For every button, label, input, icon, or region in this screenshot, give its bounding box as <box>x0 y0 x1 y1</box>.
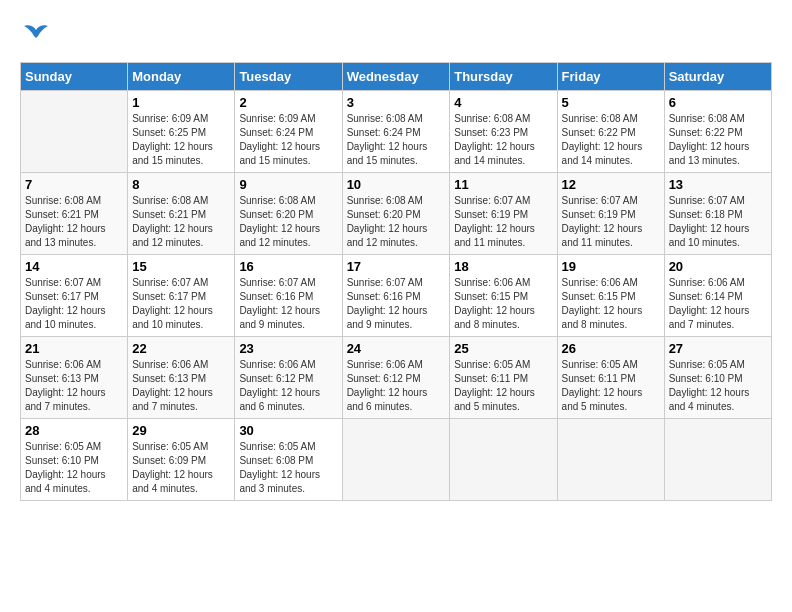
day-info: Sunrise: 6:08 AM Sunset: 6:22 PM Dayligh… <box>562 112 660 168</box>
logo <box>20 20 56 52</box>
calendar-cell: 3Sunrise: 6:08 AM Sunset: 6:24 PM Daylig… <box>342 91 450 173</box>
day-info: Sunrise: 6:05 AM Sunset: 6:10 PM Dayligh… <box>25 440 123 496</box>
day-info: Sunrise: 6:08 AM Sunset: 6:20 PM Dayligh… <box>239 194 337 250</box>
day-info: Sunrise: 6:08 AM Sunset: 6:23 PM Dayligh… <box>454 112 552 168</box>
day-info: Sunrise: 6:06 AM Sunset: 6:12 PM Dayligh… <box>347 358 446 414</box>
day-info: Sunrise: 6:06 AM Sunset: 6:15 PM Dayligh… <box>454 276 552 332</box>
day-number: 7 <box>25 177 123 192</box>
day-number: 3 <box>347 95 446 110</box>
week-row-4: 21Sunrise: 6:06 AM Sunset: 6:13 PM Dayli… <box>21 337 772 419</box>
calendar-cell: 8Sunrise: 6:08 AM Sunset: 6:21 PM Daylig… <box>128 173 235 255</box>
logo-icon <box>20 20 52 52</box>
day-info: Sunrise: 6:05 AM Sunset: 6:08 PM Dayligh… <box>239 440 337 496</box>
calendar-cell <box>450 419 557 501</box>
day-number: 17 <box>347 259 446 274</box>
calendar-cell: 25Sunrise: 6:05 AM Sunset: 6:11 PM Dayli… <box>450 337 557 419</box>
calendar-cell: 21Sunrise: 6:06 AM Sunset: 6:13 PM Dayli… <box>21 337 128 419</box>
day-info: Sunrise: 6:06 AM Sunset: 6:13 PM Dayligh… <box>132 358 230 414</box>
day-info: Sunrise: 6:08 AM Sunset: 6:24 PM Dayligh… <box>347 112 446 168</box>
day-number: 13 <box>669 177 767 192</box>
calendar-cell <box>557 419 664 501</box>
calendar-cell: 23Sunrise: 6:06 AM Sunset: 6:12 PM Dayli… <box>235 337 342 419</box>
calendar-cell: 6Sunrise: 6:08 AM Sunset: 6:22 PM Daylig… <box>664 91 771 173</box>
day-number: 10 <box>347 177 446 192</box>
calendar-cell: 4Sunrise: 6:08 AM Sunset: 6:23 PM Daylig… <box>450 91 557 173</box>
calendar-header: SundayMondayTuesdayWednesdayThursdayFrid… <box>21 63 772 91</box>
day-number: 25 <box>454 341 552 356</box>
week-row-2: 7Sunrise: 6:08 AM Sunset: 6:21 PM Daylig… <box>21 173 772 255</box>
header-day-saturday: Saturday <box>664 63 771 91</box>
calendar-cell <box>664 419 771 501</box>
day-number: 15 <box>132 259 230 274</box>
header-day-sunday: Sunday <box>21 63 128 91</box>
calendar-cell: 9Sunrise: 6:08 AM Sunset: 6:20 PM Daylig… <box>235 173 342 255</box>
day-number: 6 <box>669 95 767 110</box>
calendar-cell: 12Sunrise: 6:07 AM Sunset: 6:19 PM Dayli… <box>557 173 664 255</box>
day-number: 27 <box>669 341 767 356</box>
day-info: Sunrise: 6:07 AM Sunset: 6:19 PM Dayligh… <box>562 194 660 250</box>
calendar-cell: 16Sunrise: 6:07 AM Sunset: 6:16 PM Dayli… <box>235 255 342 337</box>
day-info: Sunrise: 6:09 AM Sunset: 6:24 PM Dayligh… <box>239 112 337 168</box>
day-number: 20 <box>669 259 767 274</box>
day-info: Sunrise: 6:06 AM Sunset: 6:13 PM Dayligh… <box>25 358 123 414</box>
calendar-cell: 22Sunrise: 6:06 AM Sunset: 6:13 PM Dayli… <box>128 337 235 419</box>
header-day-thursday: Thursday <box>450 63 557 91</box>
calendar-cell: 20Sunrise: 6:06 AM Sunset: 6:14 PM Dayli… <box>664 255 771 337</box>
calendar-cell: 1Sunrise: 6:09 AM Sunset: 6:25 PM Daylig… <box>128 91 235 173</box>
calendar-cell: 5Sunrise: 6:08 AM Sunset: 6:22 PM Daylig… <box>557 91 664 173</box>
day-info: Sunrise: 6:07 AM Sunset: 6:17 PM Dayligh… <box>132 276 230 332</box>
calendar-cell: 15Sunrise: 6:07 AM Sunset: 6:17 PM Dayli… <box>128 255 235 337</box>
calendar-cell: 30Sunrise: 6:05 AM Sunset: 6:08 PM Dayli… <box>235 419 342 501</box>
day-info: Sunrise: 6:08 AM Sunset: 6:21 PM Dayligh… <box>25 194 123 250</box>
day-number: 24 <box>347 341 446 356</box>
day-info: Sunrise: 6:08 AM Sunset: 6:21 PM Dayligh… <box>132 194 230 250</box>
header-day-monday: Monday <box>128 63 235 91</box>
day-number: 9 <box>239 177 337 192</box>
header-day-friday: Friday <box>557 63 664 91</box>
day-number: 21 <box>25 341 123 356</box>
calendar-table: SundayMondayTuesdayWednesdayThursdayFrid… <box>20 62 772 501</box>
calendar-cell: 29Sunrise: 6:05 AM Sunset: 6:09 PM Dayli… <box>128 419 235 501</box>
day-number: 26 <box>562 341 660 356</box>
header-row: SundayMondayTuesdayWednesdayThursdayFrid… <box>21 63 772 91</box>
day-info: Sunrise: 6:06 AM Sunset: 6:12 PM Dayligh… <box>239 358 337 414</box>
day-number: 8 <box>132 177 230 192</box>
calendar-cell: 27Sunrise: 6:05 AM Sunset: 6:10 PM Dayli… <box>664 337 771 419</box>
day-number: 11 <box>454 177 552 192</box>
day-number: 2 <box>239 95 337 110</box>
day-info: Sunrise: 6:09 AM Sunset: 6:25 PM Dayligh… <box>132 112 230 168</box>
calendar-cell: 19Sunrise: 6:06 AM Sunset: 6:15 PM Dayli… <box>557 255 664 337</box>
day-number: 30 <box>239 423 337 438</box>
day-number: 29 <box>132 423 230 438</box>
day-info: Sunrise: 6:06 AM Sunset: 6:14 PM Dayligh… <box>669 276 767 332</box>
day-number: 4 <box>454 95 552 110</box>
calendar-cell <box>21 91 128 173</box>
page-header <box>20 20 772 52</box>
day-info: Sunrise: 6:07 AM Sunset: 6:17 PM Dayligh… <box>25 276 123 332</box>
day-number: 19 <box>562 259 660 274</box>
calendar-cell: 11Sunrise: 6:07 AM Sunset: 6:19 PM Dayli… <box>450 173 557 255</box>
calendar-cell: 28Sunrise: 6:05 AM Sunset: 6:10 PM Dayli… <box>21 419 128 501</box>
week-row-1: 1Sunrise: 6:09 AM Sunset: 6:25 PM Daylig… <box>21 91 772 173</box>
day-number: 12 <box>562 177 660 192</box>
day-info: Sunrise: 6:05 AM Sunset: 6:09 PM Dayligh… <box>132 440 230 496</box>
calendar-cell: 2Sunrise: 6:09 AM Sunset: 6:24 PM Daylig… <box>235 91 342 173</box>
calendar-cell: 7Sunrise: 6:08 AM Sunset: 6:21 PM Daylig… <box>21 173 128 255</box>
day-number: 5 <box>562 95 660 110</box>
calendar-cell: 24Sunrise: 6:06 AM Sunset: 6:12 PM Dayli… <box>342 337 450 419</box>
calendar-cell: 17Sunrise: 6:07 AM Sunset: 6:16 PM Dayli… <box>342 255 450 337</box>
calendar-cell <box>342 419 450 501</box>
day-number: 28 <box>25 423 123 438</box>
day-number: 14 <box>25 259 123 274</box>
day-number: 23 <box>239 341 337 356</box>
day-info: Sunrise: 6:08 AM Sunset: 6:20 PM Dayligh… <box>347 194 446 250</box>
day-info: Sunrise: 6:07 AM Sunset: 6:16 PM Dayligh… <box>239 276 337 332</box>
week-row-3: 14Sunrise: 6:07 AM Sunset: 6:17 PM Dayli… <box>21 255 772 337</box>
day-info: Sunrise: 6:05 AM Sunset: 6:11 PM Dayligh… <box>454 358 552 414</box>
header-day-wednesday: Wednesday <box>342 63 450 91</box>
day-info: Sunrise: 6:06 AM Sunset: 6:15 PM Dayligh… <box>562 276 660 332</box>
calendar-cell: 18Sunrise: 6:06 AM Sunset: 6:15 PM Dayli… <box>450 255 557 337</box>
calendar-body: 1Sunrise: 6:09 AM Sunset: 6:25 PM Daylig… <box>21 91 772 501</box>
day-info: Sunrise: 6:05 AM Sunset: 6:11 PM Dayligh… <box>562 358 660 414</box>
calendar-cell: 26Sunrise: 6:05 AM Sunset: 6:11 PM Dayli… <box>557 337 664 419</box>
